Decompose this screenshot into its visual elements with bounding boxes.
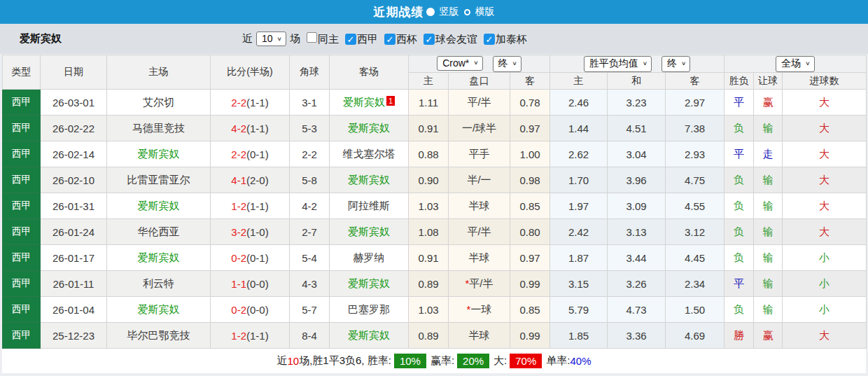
cell-let-result: 赢	[754, 90, 783, 116]
table-row: 西甲26-02-10比雷亚雷亚尔4-1(2-0)5-8爱斯宾奴0.90半/一0.…	[3, 167, 867, 193]
cell-odds-away: 0.99	[510, 271, 550, 297]
home-team-name: 爱斯宾奴	[138, 200, 180, 211]
half-time-score: (0-1)	[246, 148, 269, 160]
header-type: 类型	[3, 55, 41, 90]
half-time-score: (1-1)	[246, 97, 269, 109]
handicap-line: 半球	[469, 329, 490, 341]
cell-odds-home: 1.11	[409, 90, 449, 116]
cell-date: 25-12-23	[41, 323, 107, 349]
results-table-wrap: 类型 日期 主场 比分(半场) 角球 客场 Crow* ∨ 终 ∨ 胜平负均值 …	[0, 54, 868, 349]
cell-away-team: 爱斯宾奴	[330, 219, 409, 245]
cell-avg-draw: 3.13	[608, 219, 666, 245]
checkbox-checked-icon[interactable]: ✓	[384, 34, 396, 45]
handicap-line: 平/半	[469, 277, 493, 289]
scope-value: 全场	[781, 57, 801, 70]
half-time-score: (1-1)	[246, 330, 269, 342]
cell-avg-win: 1.87	[550, 245, 608, 271]
cell-avg-lose: 3.12	[666, 219, 724, 245]
cell-let-result: 赢	[754, 323, 783, 349]
cell-score: 4-2(1-1)	[211, 116, 290, 141]
cell-corners: 2-2	[290, 141, 330, 167]
full-time-score: 4-2	[231, 123, 246, 134]
cell-odds-home: 0.91	[409, 116, 449, 141]
half-time-score: (1-0)	[246, 226, 269, 238]
cell-date: 26-02-22	[41, 116, 107, 141]
scope-select[interactable]: 全场 ∨	[776, 56, 814, 72]
cell-odds-away: 0.80	[510, 219, 550, 245]
table-row: 西甲26-01-17爱斯宾奴0-2(0-1)5-4赫罗纳0.91半球0.971.…	[3, 245, 867, 271]
radio-horizontal-icon[interactable]	[464, 9, 470, 15]
checkbox-unchecked-icon[interactable]	[307, 32, 317, 43]
cell-result: 勝	[724, 323, 754, 349]
checkbox-label[interactable]: 西杯	[396, 33, 417, 45]
cell-type: 西甲	[3, 245, 41, 271]
cell-score: 0-2(0-0)	[211, 297, 290, 323]
cell-odds-away: 0.97	[510, 245, 550, 271]
cell-result: 平	[724, 141, 754, 167]
header-score: 比分(半场)	[211, 55, 290, 90]
checkbox-checked-icon[interactable]: ✓	[484, 34, 495, 45]
cell-home-team: 爱斯宾奴	[107, 141, 211, 167]
cell-corners: 4-3	[290, 271, 330, 297]
checkbox-checked-icon[interactable]: ✓	[345, 34, 356, 45]
cell-avg-lose: 1.50	[666, 297, 724, 323]
odds-company-select[interactable]: Crow* ∨	[437, 56, 482, 71]
away-team-name: 爱斯宾奴	[348, 174, 390, 186]
cell-corners: 4-2	[290, 193, 330, 219]
cell-away-team: 爱斯宾奴	[330, 271, 409, 297]
cell-let-result: 输	[754, 297, 783, 323]
cell-corners: 3-1	[290, 90, 330, 116]
big-rate-label: 大:	[493, 354, 507, 368]
cell-score: 2-2(0-1)	[211, 141, 290, 167]
checkbox-checked-icon[interactable]: ✓	[424, 34, 435, 45]
cell-away-team: 赫罗纳	[330, 245, 409, 271]
full-time-score: 1-2	[231, 200, 246, 212]
cell-type: 西甲	[3, 271, 41, 297]
cell-odds-home: 0.88	[409, 141, 449, 167]
cell-avg-draw: 4.73	[608, 297, 666, 323]
cell-let-result: 输	[754, 271, 783, 297]
recent-count-select[interactable]: 10 ∨	[256, 32, 286, 46]
checkbox-label[interactable]: 同主	[318, 33, 339, 45]
checkbox-label[interactable]: 加泰杯	[496, 33, 527, 45]
cell-goals-result: 大	[783, 323, 867, 349]
radio-vertical-selected-icon[interactable]	[426, 8, 435, 16]
cell-score: 4-1(2-0)	[211, 167, 290, 193]
cell-avg-win: 1.97	[550, 193, 608, 219]
away-team-name: 爱斯宾奴	[348, 122, 390, 134]
cell-avg-win: 1.44	[550, 116, 608, 141]
full-time-score: 1-2	[231, 330, 246, 342]
handicap-line: 一球	[470, 303, 491, 315]
cell-score: 1-1(0-0)	[211, 271, 290, 297]
home-team-name: 毕尔巴鄂竞技	[127, 329, 190, 341]
cell-result: 负	[724, 167, 754, 193]
cell-avg-draw: 3.23	[608, 90, 666, 116]
horizontal-layout-option[interactable]: 横版	[475, 6, 495, 18]
cell-home-team: 艾尔切	[107, 90, 211, 116]
cell-odds-away: 0.97	[510, 116, 550, 141]
cell-avg-win: 3.15	[550, 271, 608, 297]
cell-avg-lose: 4.55	[666, 193, 724, 219]
avg-type-select[interactable]: 胜平负均值 ∨	[584, 56, 652, 72]
table-row: 西甲25-12-23毕尔巴鄂竞技1-2(1-1)8-4爱斯宾奴0.89半球0.9…	[3, 323, 867, 349]
odds-time-select[interactable]: 终 ∨	[493, 56, 522, 72]
table-body: 西甲26-03-01艾尔切2-2(1-1)3-1爱斯宾奴11.11平/半0.78…	[3, 90, 867, 349]
vertical-layout-option[interactable]: 竖版	[440, 6, 459, 18]
cell-avg-win: 1.85	[550, 323, 608, 349]
handicap-line: 半球	[469, 251, 490, 263]
cell-result: 负	[724, 297, 754, 323]
cell-goals-result: 大	[783, 167, 867, 193]
cell-avg-draw: 3.26	[608, 271, 666, 297]
checkbox-label[interactable]: 球会友谊	[435, 33, 477, 45]
away-team-name: 阿拉维斯	[348, 200, 390, 211]
cell-avg-win: 2.42	[550, 219, 608, 245]
cell-result: 负	[724, 219, 754, 245]
cell-score: 2-2(1-1)	[211, 90, 290, 116]
cell-goals-result: 大	[783, 193, 867, 219]
checkbox-label[interactable]: 西甲	[357, 33, 378, 45]
summary-count: 10	[287, 355, 299, 367]
single-rate-label: 单率:	[546, 354, 570, 368]
cell-avg-draw: 3.09	[608, 193, 666, 219]
cell-avg-lose: 2.97	[666, 90, 724, 116]
avg-time-select[interactable]: 终 ∨	[662, 56, 690, 72]
